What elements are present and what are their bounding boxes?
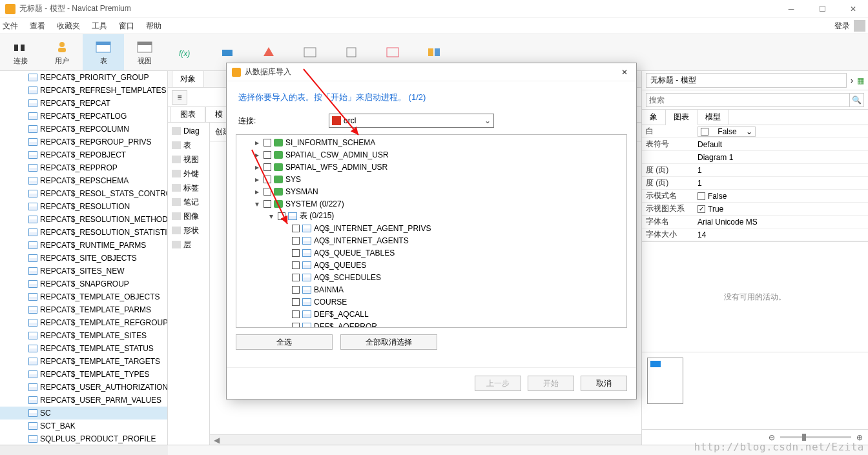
tool-table[interactable]: 表 — [83, 34, 124, 70]
menu-fav[interactable]: 收藏夹 — [57, 21, 80, 32]
tree-row[interactable]: DEF$_AQERROR — [236, 320, 626, 328]
deselect-all-button[interactable]: 全部取消选择 — [340, 334, 437, 350]
nav-item[interactable]: 视图 — [169, 154, 208, 165]
expand-icon[interactable]: ▸ — [253, 163, 261, 172]
table-row[interactable]: REPCAT$_TEMPLATE_STATUS — [0, 342, 167, 355]
nav-item[interactable]: 形状 — [169, 225, 208, 236]
table-row[interactable]: REPCAT$_SITE_OBJECTS — [0, 252, 167, 265]
tree-row[interactable]: COURSE — [236, 296, 626, 308]
select-all-button[interactable]: 全选 — [236, 334, 333, 350]
checkbox[interactable] — [292, 261, 300, 269]
menu-window[interactable]: 窗口 — [119, 21, 134, 32]
table-row[interactable]: REPCAT$_REPCATLOG — [0, 110, 167, 123]
tree-row[interactable]: DEF$_AQCALL — [236, 308, 626, 320]
table-row[interactable]: REPCAT$_REPCAT — [0, 97, 167, 110]
table-row[interactable]: REPCAT$_TEMPLATE_TARGETS — [0, 355, 167, 368]
menu-view[interactable]: 查看 — [30, 21, 45, 32]
tool-connect[interactable]: 连接 — [0, 34, 41, 70]
expand-icon[interactable]: ▸ — [253, 150, 261, 159]
table-row[interactable]: REPCAT$_REPOBJECT — [0, 148, 167, 161]
tool-view[interactable]: 视图 — [124, 34, 165, 70]
add-icon[interactable]: ▦ — [857, 76, 864, 85]
tree-row[interactable]: ▾SYSTEM (0/227) — [236, 197, 626, 210]
tab-chart[interactable]: 图表 — [170, 106, 205, 122]
table-row[interactable]: REPCAT$_RESOLUTION_METHOD — [0, 213, 167, 226]
close-button[interactable]: ✕ — [843, 5, 863, 14]
table-row[interactable]: REPCAT$_RESOLUTION — [0, 200, 167, 213]
thumbnail[interactable] — [647, 358, 683, 404]
table-row[interactable]: REPCAT$_SITES_NEW — [0, 265, 167, 278]
checkbox[interactable] — [292, 298, 300, 306]
checkbox[interactable] — [292, 225, 300, 232]
table-row[interactable]: REPCAT$_TEMPLATE_TYPES — [0, 368, 167, 381]
table-row[interactable]: REPCAT$_RUNTIME_PARMS — [0, 239, 167, 252]
prop-dropdown[interactable]: False⌄ — [698, 126, 756, 137]
tab-chart-r[interactable]: 图表 — [666, 110, 698, 125]
checkbox[interactable] — [292, 274, 300, 281]
cancel-button[interactable]: 取消 — [581, 376, 627, 391]
table-row[interactable]: REPCAT$_TEMPLATE_SITES — [0, 329, 167, 342]
connection-select[interactable]: orcl ⌄ — [329, 114, 494, 128]
expand-icon[interactable]: ▸ — [253, 187, 261, 196]
table-row[interactable]: REPCAT$_USER_AUTHORIZATIONS — [0, 381, 167, 394]
schema-tree[interactable]: ▸SI_INFORMTN_SCHEMA▸SPATIAL_CSW_ADMIN_US… — [236, 134, 627, 328]
tool-user[interactable]: 用户 — [41, 34, 83, 70]
expand-icon[interactable]: ▸ — [253, 175, 261, 184]
table-row[interactable]: REPCAT$_SNAPGROUP — [0, 278, 167, 290]
search-icon[interactable]: 🔍 — [849, 94, 863, 106]
checkbox[interactable] — [264, 139, 271, 147]
tree-row[interactable]: BAINMA — [236, 283, 626, 296]
tree-row[interactable]: AQ$_QUEUE_TABLES — [236, 247, 626, 259]
search-box[interactable]: 🔍 — [646, 93, 864, 107]
checkbox[interactable] — [278, 212, 285, 220]
checkbox[interactable] — [292, 323, 300, 329]
checkbox[interactable] — [292, 249, 300, 257]
tab-model-r[interactable]: 模型 — [698, 110, 729, 125]
tree-row[interactable]: ▸SPATIAL_CSW_ADMIN_USR — [236, 148, 626, 161]
table-row[interactable]: REPCAT$_REPGROUP_PRIVS — [0, 136, 167, 148]
expand-icon[interactable]: ▾ — [253, 199, 261, 208]
prop-checkbox[interactable]: ✓ — [698, 205, 705, 213]
zoom-slider[interactable] — [780, 436, 851, 438]
tree-row[interactable]: ▸SYS — [236, 173, 626, 185]
nav-item[interactable]: 外键 — [169, 168, 208, 179]
checkbox[interactable] — [264, 200, 271, 208]
checkbox[interactable] — [264, 163, 271, 171]
prop-checkbox[interactable] — [698, 192, 705, 200]
hamburger-button[interactable]: ≡ — [172, 90, 187, 105]
table-row[interactable]: REPCAT$_REPCOLUMN — [0, 123, 167, 136]
checkbox[interactable] — [264, 151, 271, 159]
tool-fx[interactable]: f(x) — [165, 34, 207, 70]
table-row[interactable]: REPCAT$_RESOL_STATS_CONTROL — [0, 187, 167, 200]
table-row[interactable]: SCT_BAK — [0, 420, 167, 432]
nav-item[interactable]: 标签 — [169, 182, 208, 194]
checkbox[interactable] — [264, 176, 271, 183]
table-row[interactable]: REPCAT$_PRIORITY_GROUP — [0, 71, 167, 84]
checkbox[interactable] — [292, 237, 300, 245]
start-button[interactable]: 开始 — [528, 376, 574, 391]
nav-item[interactable]: 表 — [169, 139, 208, 151]
dialog-close-icon[interactable]: ✕ — [618, 68, 631, 77]
h-scrollbar[interactable]: ◀ — [210, 434, 641, 445]
checkbox[interactable] — [264, 188, 271, 196]
menu-file[interactable]: 文件 — [3, 21, 18, 32]
table-row[interactable]: REPCAT$_REPPROP — [0, 161, 167, 174]
table-row[interactable]: REPCAT$_TEMPLATE_PARMS — [0, 303, 167, 316]
left-scrollbar[interactable] — [0, 445, 168, 455]
table-row[interactable]: REPCAT$_TEMPLATE_OBJECTS — [0, 290, 167, 303]
tree-row[interactable]: ▸SYSMAN — [236, 185, 626, 197]
search-input[interactable] — [646, 94, 849, 106]
tree-row[interactable]: ▾表 (0/215) — [236, 210, 626, 222]
table-row[interactable]: SQLPLUS_PRODUCT_PROFILE — [0, 432, 167, 445]
chevron-right-icon[interactable]: › — [851, 76, 853, 85]
table-row[interactable]: SC — [0, 407, 167, 420]
table-row[interactable]: REPCAT$_RESOLUTION_STATISTICS — [0, 226, 167, 239]
nav-item[interactable]: 层 — [169, 239, 208, 250]
tree-row[interactable]: AQ$_INTERNET_AGENTS — [236, 234, 626, 247]
tree-row[interactable]: AQ$_INTERNET_AGENT_PRIVS — [236, 222, 626, 234]
expand-icon[interactable]: ▸ — [253, 138, 261, 147]
object-tree[interactable]: REPCAT$_PRIORITY_GROUPREPCAT$_REFRESH_TE… — [0, 71, 168, 445]
table-row[interactable]: REPCAT$_REFRESH_TEMPLATES — [0, 84, 167, 97]
tree-row[interactable]: ▸SI_INFORMTN_SCHEMA — [236, 136, 626, 148]
tree-row[interactable]: AQ$_SCHEDULES — [236, 271, 626, 283]
